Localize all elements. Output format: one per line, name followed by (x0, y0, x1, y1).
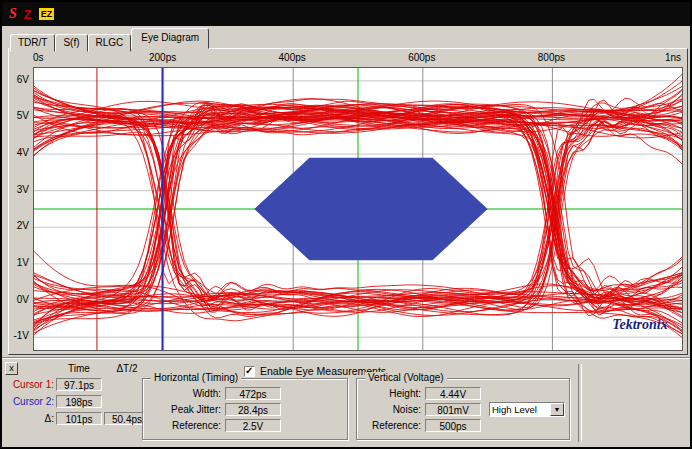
cursor2-label: Cursor 2: (4, 395, 54, 409)
cursor1-label: Cursor 1: (4, 378, 54, 392)
x-tick-label: 600ps (408, 52, 435, 63)
horizontal-reference-label: Reference: (147, 420, 225, 431)
cursor1-time-value: 97.1ps (56, 378, 102, 391)
x-tick-label: 400ps (279, 52, 306, 63)
noise-value: 801mV (425, 403, 481, 416)
horizontal-timing-title: Horizontal (Timing) (151, 372, 241, 383)
column-header-dt2: ΔT/2 (104, 363, 150, 374)
y-tick-label: 2V (17, 220, 29, 231)
height-label: Height: (361, 388, 425, 399)
panel-divider (578, 364, 582, 442)
column-header-time: Time (56, 363, 102, 374)
x-axis-labels: 0s200ps400ps600ps800ps1ns (33, 52, 681, 64)
delta-time-value: 101ps (56, 412, 102, 425)
y-tick-label: 6V (17, 74, 29, 85)
titlebar: S Z EZ (2, 2, 690, 26)
app-icon-ez: EZ (39, 8, 55, 20)
peak-jitter-label: Peak Jitter: (147, 404, 225, 415)
tektronix-watermark: Tektronix (612, 317, 668, 332)
delta-label: Δ: (4, 412, 54, 426)
eye-mask-polygon (254, 158, 487, 261)
app-icon-s: S (9, 6, 17, 22)
application-window: S Z EZ TDR/T S(f) RLGC Eye Diagram 0s200… (0, 0, 692, 449)
y-tick-label: 5V (17, 110, 29, 121)
horizontal-reference-value: 2.5V (225, 419, 281, 432)
chevron-down-icon[interactable]: ▼ (550, 403, 564, 416)
width-label: Width: (147, 388, 225, 399)
enable-eye-measurements-checkbox[interactable]: ✓ (244, 366, 255, 377)
vertical-reference-label: Reference: (361, 420, 425, 431)
height-value: 4.44V (425, 387, 481, 400)
tab-sf[interactable]: S(f) (55, 34, 87, 52)
noise-level-combobox[interactable]: High Level ▼ (489, 402, 565, 417)
y-tick-label: 3V (17, 184, 29, 195)
tab-eye-diagram[interactable]: Eye Diagram (131, 28, 209, 49)
y-tick-label: 1V (17, 257, 29, 268)
vertical-voltage-title: Vertical (Voltage) (365, 372, 447, 383)
eye-diagram-panel: 0s200ps400ps600ps800ps1ns -1V0V1V2V3V4V5… (8, 48, 688, 355)
eye-diagram-svg: Tektronix (34, 68, 682, 350)
horizontal-timing-group: Horizontal (Timing) Width: 472ps Peak Ji… (142, 378, 348, 440)
combobox-selected-value[interactable]: High Level (490, 403, 550, 416)
tab-rlgc[interactable]: RLGC (88, 34, 132, 52)
eye-diagram-plot[interactable]: Tektronix (33, 67, 683, 351)
x-tick-label: 800ps (538, 52, 565, 63)
noise-label: Noise: (361, 404, 425, 415)
x-tick-label: 0s (33, 52, 44, 63)
width-value: 472ps (225, 387, 281, 400)
y-tick-label: -1V (13, 330, 29, 341)
app-icon-z: Z (24, 7, 32, 22)
vertical-reference-value: 500ps (425, 419, 481, 432)
y-tick-label: 4V (17, 147, 29, 158)
tab-tdrt[interactable]: TDR/T (10, 34, 55, 52)
cursor2-time-value: 198ps (56, 395, 102, 408)
x-tick-label: 200ps (149, 52, 176, 63)
y-tick-label: 0V (17, 294, 29, 305)
measurements-panel: x Time ΔT/2 Cursor 1: 97.1ps Cursor 2: 1… (2, 357, 690, 447)
x-tick-label: 1ns (665, 52, 681, 63)
peak-jitter-value: 28.4ps (225, 403, 281, 416)
vertical-voltage-group: Vertical (Voltage) Height: 4.44V Noise: … (356, 378, 570, 440)
tab-bar: TDR/T S(f) RLGC Eye Diagram (10, 30, 209, 49)
checkmark-icon: ✓ (245, 365, 253, 376)
close-panel-button[interactable]: x (5, 362, 18, 375)
y-axis-labels: -1V0V1V2V3V4V5V6V (9, 67, 31, 349)
